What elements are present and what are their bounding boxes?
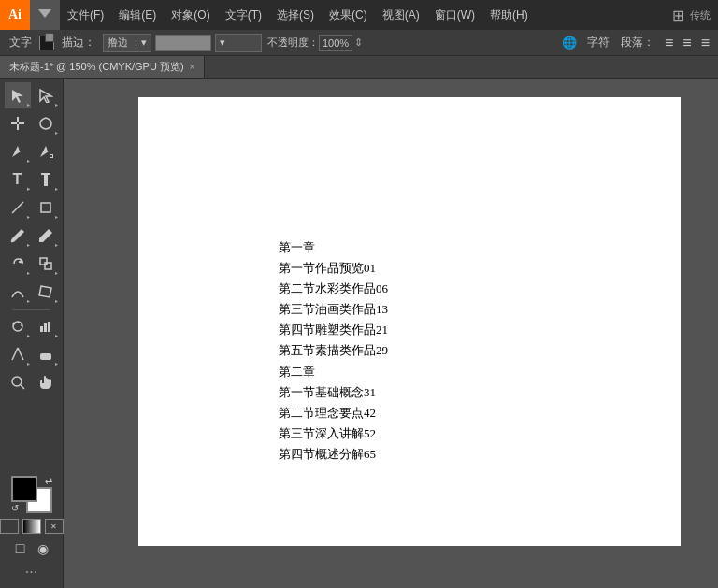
svg-point-17: [18, 322, 20, 323]
warp-tool[interactable]: ▸: [5, 279, 31, 305]
pencil-tool[interactable]: ▸: [33, 222, 59, 249]
opacity-area: 不透明度： ⇕: [267, 35, 363, 51]
svg-rect-5: [19, 122, 24, 124]
column-graph-tool[interactable]: ▸: [33, 313, 59, 339]
tool-row-slice: ▸ ▸: [0, 341, 63, 367]
symbol-sprayer-tool[interactable]: ▸: [5, 313, 31, 339]
ai-logo: Ai: [0, 0, 30, 30]
more-tools-button[interactable]: ···: [25, 564, 37, 581]
stroke-inner[interactable]: [45, 33, 54, 42]
menu-item-选择(S)[interactable]: 选择(S): [269, 0, 322, 30]
pen-tool[interactable]: ▸: [5, 138, 31, 165]
align-right-icon[interactable]: ≡: [696, 35, 714, 51]
direct-selection-tool[interactable]: ▸: [33, 82, 59, 108]
slice-tool[interactable]: ▸: [5, 341, 31, 367]
hand-tool[interactable]: [33, 369, 59, 395]
none-mode-icon[interactable]: ✕: [45, 519, 64, 534]
content-line: 第三节深入讲解52: [279, 423, 388, 444]
add-anchor-tool[interactable]: [33, 138, 59, 165]
svg-point-18: [21, 324, 22, 326]
color-dropdown[interactable]: ▾: [215, 34, 262, 52]
document-tab[interactable]: 未标题-1* @ 150% (CMYK/GPU 预览) ×: [0, 56, 205, 78]
svg-rect-12: [40, 258, 47, 265]
stroke-dropdown[interactable]: 撸边 ： ▾: [103, 34, 151, 52]
type-tool[interactable]: T▸: [5, 166, 31, 193]
globe-icon[interactable]: 🌐: [557, 36, 582, 50]
content-line: 第五节素描类作品29: [279, 340, 388, 361]
svg-rect-13: [45, 263, 51, 269]
menu-item-对象(O)[interactable]: 对象(O): [164, 0, 217, 30]
align-center-icon[interactable]: ≡: [678, 35, 696, 51]
stroke-chevron: ▾: [141, 36, 147, 49]
tool-row-line: ▸ ▸: [0, 194, 63, 221]
align-left-icon[interactable]: ≡: [660, 35, 678, 51]
grid-icon[interactable]: ⊞: [667, 7, 690, 24]
opacity-label: 不透明度：: [267, 36, 319, 50]
tool-label: 文字: [4, 35, 37, 50]
canvas-content: 第一章第一节作品预览01第二节水彩类作品06第三节油画类作品13第四节雕塑类作品…: [279, 237, 388, 465]
tool-row-warp: ▸ ▸: [0, 279, 63, 305]
svg-rect-21: [48, 322, 50, 332]
rotate-tool[interactable]: ▸: [5, 251, 31, 277]
tool-row-type: T▸ ▸: [0, 166, 63, 193]
svg-rect-19: [40, 326, 43, 332]
tab-title: 未标题-1* @ 150% (CMYK/GPU 预览): [9, 60, 184, 74]
menu-item-视图(A)[interactable]: 视图(A): [375, 0, 427, 30]
svg-line-10: [12, 202, 23, 213]
menu-item-文字(T)[interactable]: 文字(T): [218, 0, 269, 30]
scale-tool[interactable]: ▸: [33, 251, 59, 277]
svg-point-25: [12, 377, 22, 386]
title-bar: Ai 文件(F)编辑(E)对象(O)文字(T)选择(S)效果(C)视图(A)窗口…: [0, 0, 718, 30]
tab-close-button[interactable]: ×: [190, 62, 195, 72]
menu-item-文件(F)[interactable]: 文件(F): [60, 0, 111, 30]
menu-bar: 文件(F)编辑(E)对象(O)文字(T)选择(S)效果(C)视图(A)窗口(W)…: [60, 0, 667, 30]
tool-row-zoom: [0, 369, 63, 395]
svg-line-23: [18, 348, 23, 360]
foreground-color-swatch[interactable]: [11, 476, 37, 502]
tool-row-1: ▸ ▸: [0, 82, 63, 108]
content-line: 第四节雕塑类作品21: [279, 320, 388, 340]
menu-item-帮助(H)[interactable]: 帮助(H): [482, 0, 536, 30]
svg-marker-0: [12, 90, 23, 103]
title-right: 传统: [690, 8, 718, 22]
svg-line-22: [12, 348, 18, 360]
swap-colors-icon[interactable]: ⇄: [45, 476, 52, 486]
selection-tool[interactable]: ▸: [5, 82, 31, 108]
free-distort-tool[interactable]: ▸: [33, 279, 59, 305]
eraser-tool[interactable]: ▸: [33, 341, 59, 367]
magic-wand-tool[interactable]: [5, 110, 31, 136]
line-tool[interactable]: ▸: [5, 194, 31, 221]
toggle-visibility[interactable]: ◉: [34, 539, 52, 558]
zoom-tool[interactable]: [5, 369, 31, 395]
gradient-mode-icon[interactable]: [22, 519, 41, 534]
tool-row-rotate: ▸ ▸: [0, 251, 63, 277]
tool-divider-1: [12, 309, 50, 310]
svg-rect-4: [11, 122, 17, 124]
content-line: 第一节作品预览01: [279, 258, 388, 279]
menu-item-效果(C)[interactable]: 效果(C): [322, 0, 375, 30]
content-line: 第一节基础概念31: [279, 382, 388, 403]
content-line: 第二节水彩类作品06: [279, 279, 388, 299]
color-swatches: ⇄ ↺ ✕ □ ◉ ···: [0, 476, 64, 588]
rect-tool[interactable]: ▸: [33, 194, 59, 221]
canvas-document: [138, 97, 681, 546]
content-line: 第二章: [279, 362, 388, 382]
paintbrush-tool[interactable]: ▸: [5, 222, 31, 249]
svg-rect-3: [17, 124, 19, 130]
opacity-input[interactable]: [319, 35, 352, 51]
content-line: 第二节理念要点42: [279, 403, 388, 423]
color-box[interactable]: [155, 35, 211, 51]
change-screen-mode[interactable]: □: [11, 539, 30, 558]
char-label: 字符: [582, 35, 615, 50]
lasso-tool[interactable]: ▸: [33, 110, 59, 136]
vertical-type-tool[interactable]: ▸: [33, 166, 59, 193]
menu-item-编辑(E)[interactable]: 编辑(E): [111, 0, 164, 30]
opacity-arrow[interactable]: ⇕: [354, 36, 363, 49]
content-line: 第三节油画类作品13: [279, 299, 388, 320]
svg-rect-20: [44, 323, 47, 332]
svg-point-16: [12, 323, 15, 325]
reset-colors-icon[interactable]: ↺: [11, 503, 19, 513]
color-mode-icon[interactable]: [0, 519, 19, 534]
canvas-area: 第一章第一节作品预览01第二节水彩类作品06第三节油画类作品13第四节雕塑类作品…: [64, 79, 718, 588]
menu-item-窗口(W)[interactable]: 窗口(W): [427, 0, 482, 30]
